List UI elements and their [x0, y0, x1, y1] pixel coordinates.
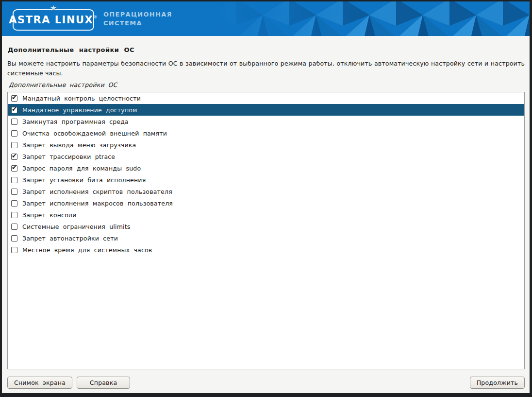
option-row[interactable]: ✔ Запрос пароля для команды sudo	[8, 162, 524, 174]
checkbox[interactable]: ✔	[11, 95, 17, 102]
option-row[interactable]: ✔ Запрет исполнения макросов пользовател…	[8, 197, 524, 209]
option-label: Мандатный контроль целостности	[22, 95, 141, 102]
header-banner: ★ ASTRA LINUX® ОПЕРАЦИОННАЯ СИСТЕМА	[2, 1, 530, 36]
brand-line2: СИСТЕМА	[103, 19, 172, 28]
checkbox[interactable]: ✔	[11, 142, 17, 148]
option-label: Запрет установки бита исполнения	[22, 176, 146, 184]
checkbox[interactable]: ✔	[11, 107, 17, 113]
option-label: Очистка освобождаемой внешней памяти	[22, 130, 167, 137]
checkbox[interactable]: ✔	[11, 247, 17, 253]
window-frame: ★ ASTRA LINUX® ОПЕРАЦИОННАЯ СИСТЕМА Допо…	[0, 0, 532, 397]
button-bar: Снимок экрана Справка Продолжить	[7, 377, 525, 389]
option-label: Замкнутая программная среда	[22, 118, 129, 125]
content-area: Дополнительные настройки ОС Вы можете на…	[2, 36, 530, 393]
logo-text: ASTRA LINUX®	[9, 14, 98, 26]
option-label: Запрет автонастройки сети	[22, 235, 118, 242]
list-caption: Дополнительные настройки ОС	[9, 81, 525, 88]
star-icon: ★	[50, 4, 57, 12]
option-label: Системные ограничения ulimits	[22, 223, 131, 230]
option-row[interactable]: ✔ Запрет трассировки ptrace	[8, 151, 524, 162]
option-label: Запрет трассировки ptrace	[22, 153, 115, 160]
options-listbox[interactable]: ✔ Мандатный контроль целостности ✔ Манда…	[7, 92, 525, 369]
option-row[interactable]: ✔ Системные ограничения ulimits	[8, 221, 524, 232]
continue-button[interactable]: Продолжить	[470, 377, 525, 389]
option-label: Запрет исполнения макросов пользователя	[22, 200, 173, 207]
option-row[interactable]: ✔ Замкнутая программная среда	[8, 116, 524, 127]
option-label: Мандатное управление доступом	[22, 106, 137, 114]
checkbox[interactable]: ✔	[11, 165, 17, 172]
checkbox[interactable]: ✔	[11, 235, 17, 242]
option-row[interactable]: ✔ Запрет автонастройки сети	[8, 232, 524, 244]
option-row[interactable]: ✔ Местное время для системных часов	[8, 244, 524, 256]
checkbox[interactable]: ✔	[11, 177, 17, 183]
option-row[interactable]: ✔ Запрет исполнения скриптов пользовател…	[8, 186, 524, 197]
option-label: Запрет вывода меню загрузчика	[22, 141, 136, 149]
checkmark-icon: ✔	[12, 105, 17, 113]
option-row[interactable]: ✔ Очистка освобождаемой внешней памяти	[8, 127, 524, 139]
option-label: Запрет исполнения скриптов пользователя	[22, 188, 172, 195]
checkmark-icon: ✔	[12, 164, 17, 171]
option-row[interactable]: ✔ Запрет установки бита исполнения	[8, 174, 524, 186]
option-row[interactable]: ✔ Мандатный контроль целостности	[8, 92, 524, 104]
checkbox[interactable]: ✔	[11, 119, 17, 125]
checkbox[interactable]: ✔	[11, 200, 17, 207]
checkbox[interactable]: ✔	[11, 224, 17, 230]
option-label: Местное время для системных часов	[22, 246, 152, 254]
option-row[interactable]: ✔ Запрет консоли	[8, 209, 524, 221]
option-row[interactable]: ✔ Мандатное управление доступом	[8, 104, 524, 116]
astra-linux-logo: ★ ASTRA LINUX®	[13, 9, 94, 31]
help-button[interactable]: Справка	[77, 377, 130, 389]
brand-wordmark: ОПЕРАЦИОННАЯ СИСТЕМА	[103, 10, 172, 28]
option-label: Запрос пароля для команды sudo	[22, 165, 141, 172]
screenshot-button[interactable]: Снимок экрана	[7, 377, 72, 389]
checkbox[interactable]: ✔	[11, 130, 17, 137]
registered-mark: ®	[93, 15, 98, 19]
option-row[interactable]: ✔ Запрет вывода меню загрузчика	[8, 139, 524, 151]
brand-line1: ОПЕРАЦИОННАЯ	[103, 10, 172, 19]
page-description: Вы можете настроить параметры безопаснос…	[7, 59, 525, 78]
checkmark-icon: ✔	[12, 152, 17, 159]
option-label: Запрет консоли	[22, 211, 77, 219]
checkbox[interactable]: ✔	[11, 154, 17, 160]
checkmark-icon: ✔	[12, 94, 17, 101]
checkbox[interactable]: ✔	[11, 189, 17, 195]
checkbox[interactable]: ✔	[11, 212, 17, 218]
installer-window: ★ ASTRA LINUX® ОПЕРАЦИОННАЯ СИСТЕМА Допо…	[2, 1, 530, 393]
page-title: Дополнительные настройки ОС	[8, 46, 525, 53]
